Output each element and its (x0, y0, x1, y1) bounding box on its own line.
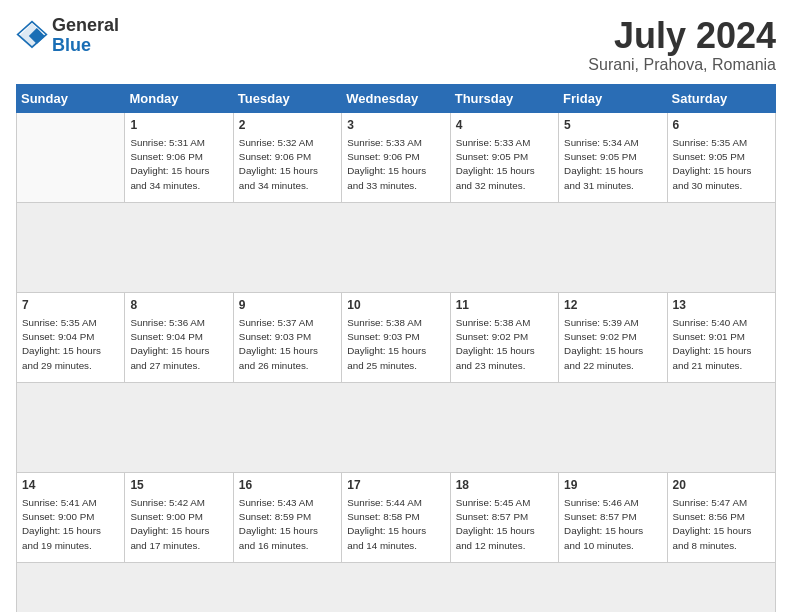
day-number: 8 (130, 297, 227, 314)
page-header: General Blue July 2024 Surani, Prahova, … (16, 16, 776, 74)
day-info: Sunrise: 5:34 AM Sunset: 9:05 PM Dayligh… (564, 136, 661, 193)
day-number: 9 (239, 297, 336, 314)
day-info: Sunrise: 5:35 AM Sunset: 9:04 PM Dayligh… (22, 316, 119, 373)
calendar-header-tuesday: Tuesday (233, 84, 341, 112)
day-number: 3 (347, 117, 444, 134)
day-info: Sunrise: 5:38 AM Sunset: 9:02 PM Dayligh… (456, 316, 553, 373)
calendar-cell: 7Sunrise: 5:35 AM Sunset: 9:04 PM Daylig… (17, 292, 125, 382)
calendar-week-3: 14Sunrise: 5:41 AM Sunset: 9:00 PM Dayli… (17, 472, 776, 562)
day-info: Sunrise: 5:41 AM Sunset: 9:00 PM Dayligh… (22, 496, 119, 553)
day-info: Sunrise: 5:36 AM Sunset: 9:04 PM Dayligh… (130, 316, 227, 373)
location-subtitle: Surani, Prahova, Romania (588, 56, 776, 74)
calendar-cell: 2Sunrise: 5:32 AM Sunset: 9:06 PM Daylig… (233, 112, 341, 202)
day-info: Sunrise: 5:35 AM Sunset: 9:05 PM Dayligh… (673, 136, 770, 193)
day-number: 19 (564, 477, 661, 494)
calendar-header-sunday: Sunday (17, 84, 125, 112)
calendar-cell: 19Sunrise: 5:46 AM Sunset: 8:57 PM Dayli… (559, 472, 667, 562)
calendar-cell: 5Sunrise: 5:34 AM Sunset: 9:05 PM Daylig… (559, 112, 667, 202)
calendar-cell: 20Sunrise: 5:47 AM Sunset: 8:56 PM Dayli… (667, 472, 775, 562)
calendar-table: SundayMondayTuesdayWednesdayThursdayFrid… (16, 84, 776, 612)
day-info: Sunrise: 5:44 AM Sunset: 8:58 PM Dayligh… (347, 496, 444, 553)
day-info: Sunrise: 5:45 AM Sunset: 8:57 PM Dayligh… (456, 496, 553, 553)
day-info: Sunrise: 5:33 AM Sunset: 9:06 PM Dayligh… (347, 136, 444, 193)
day-info: Sunrise: 5:46 AM Sunset: 8:57 PM Dayligh… (564, 496, 661, 553)
day-number: 14 (22, 477, 119, 494)
logo-icon (16, 20, 48, 52)
month-title: July 2024 (588, 16, 776, 56)
day-info: Sunrise: 5:43 AM Sunset: 8:59 PM Dayligh… (239, 496, 336, 553)
title-area: July 2024 Surani, Prahova, Romania (588, 16, 776, 74)
week-separator (17, 382, 776, 472)
day-number: 2 (239, 117, 336, 134)
day-number: 16 (239, 477, 336, 494)
day-number: 7 (22, 297, 119, 314)
calendar-header-friday: Friday (559, 84, 667, 112)
day-info: Sunrise: 5:37 AM Sunset: 9:03 PM Dayligh… (239, 316, 336, 373)
calendar-header-monday: Monday (125, 84, 233, 112)
day-number: 11 (456, 297, 553, 314)
day-info: Sunrise: 5:38 AM Sunset: 9:03 PM Dayligh… (347, 316, 444, 373)
calendar-header-saturday: Saturday (667, 84, 775, 112)
calendar-cell: 8Sunrise: 5:36 AM Sunset: 9:04 PM Daylig… (125, 292, 233, 382)
calendar-cell: 13Sunrise: 5:40 AM Sunset: 9:01 PM Dayli… (667, 292, 775, 382)
calendar-week-1: 1Sunrise: 5:31 AM Sunset: 9:06 PM Daylig… (17, 112, 776, 202)
calendar-week-2: 7Sunrise: 5:35 AM Sunset: 9:04 PM Daylig… (17, 292, 776, 382)
day-info: Sunrise: 5:31 AM Sunset: 9:06 PM Dayligh… (130, 136, 227, 193)
logo: General Blue (16, 16, 119, 56)
day-number: 13 (673, 297, 770, 314)
calendar-cell (17, 112, 125, 202)
calendar-cell: 10Sunrise: 5:38 AM Sunset: 9:03 PM Dayli… (342, 292, 450, 382)
logo-text: General Blue (52, 16, 119, 56)
day-info: Sunrise: 5:33 AM Sunset: 9:05 PM Dayligh… (456, 136, 553, 193)
day-number: 5 (564, 117, 661, 134)
week-separator (17, 202, 776, 292)
calendar-cell: 18Sunrise: 5:45 AM Sunset: 8:57 PM Dayli… (450, 472, 558, 562)
day-number: 18 (456, 477, 553, 494)
day-number: 1 (130, 117, 227, 134)
calendar-header-row: SundayMondayTuesdayWednesdayThursdayFrid… (17, 84, 776, 112)
day-number: 4 (456, 117, 553, 134)
calendar-header-wednesday: Wednesday (342, 84, 450, 112)
day-info: Sunrise: 5:47 AM Sunset: 8:56 PM Dayligh… (673, 496, 770, 553)
day-number: 20 (673, 477, 770, 494)
calendar-cell: 9Sunrise: 5:37 AM Sunset: 9:03 PM Daylig… (233, 292, 341, 382)
week-separator (17, 562, 776, 612)
calendar-cell: 12Sunrise: 5:39 AM Sunset: 9:02 PM Dayli… (559, 292, 667, 382)
day-number: 6 (673, 117, 770, 134)
calendar-header-thursday: Thursday (450, 84, 558, 112)
calendar-cell: 4Sunrise: 5:33 AM Sunset: 9:05 PM Daylig… (450, 112, 558, 202)
calendar-cell: 1Sunrise: 5:31 AM Sunset: 9:06 PM Daylig… (125, 112, 233, 202)
calendar-cell: 14Sunrise: 5:41 AM Sunset: 9:00 PM Dayli… (17, 472, 125, 562)
day-number: 12 (564, 297, 661, 314)
day-number: 15 (130, 477, 227, 494)
calendar-cell: 3Sunrise: 5:33 AM Sunset: 9:06 PM Daylig… (342, 112, 450, 202)
calendar-cell: 11Sunrise: 5:38 AM Sunset: 9:02 PM Dayli… (450, 292, 558, 382)
day-info: Sunrise: 5:42 AM Sunset: 9:00 PM Dayligh… (130, 496, 227, 553)
calendar-cell: 16Sunrise: 5:43 AM Sunset: 8:59 PM Dayli… (233, 472, 341, 562)
day-info: Sunrise: 5:39 AM Sunset: 9:02 PM Dayligh… (564, 316, 661, 373)
calendar-cell: 17Sunrise: 5:44 AM Sunset: 8:58 PM Dayli… (342, 472, 450, 562)
day-number: 10 (347, 297, 444, 314)
day-info: Sunrise: 5:32 AM Sunset: 9:06 PM Dayligh… (239, 136, 336, 193)
calendar-cell: 15Sunrise: 5:42 AM Sunset: 9:00 PM Dayli… (125, 472, 233, 562)
day-info: Sunrise: 5:40 AM Sunset: 9:01 PM Dayligh… (673, 316, 770, 373)
calendar-cell: 6Sunrise: 5:35 AM Sunset: 9:05 PM Daylig… (667, 112, 775, 202)
day-number: 17 (347, 477, 444, 494)
